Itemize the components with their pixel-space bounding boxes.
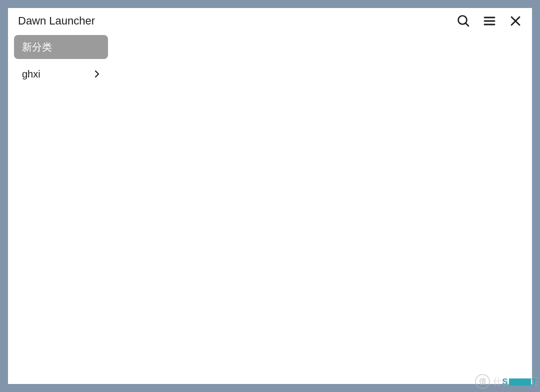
- sidebar-item-new-category[interactable]: 新分类: [14, 35, 108, 59]
- search-icon: [457, 14, 470, 28]
- sidebar-item-ghxi[interactable]: ghxi: [14, 62, 108, 86]
- search-button[interactable]: [456, 14, 471, 28]
- svg-point-0: [458, 16, 467, 24]
- sidebar: 新分类 ghxi: [8, 34, 108, 384]
- hamburger-icon: [483, 14, 496, 28]
- watermark-badge-right: T: [532, 377, 537, 387]
- sidebar-item-label: 新分类: [22, 40, 52, 54]
- close-button[interactable]: [508, 14, 523, 28]
- chevron-right-icon: [94, 70, 100, 78]
- titlebar-actions: [456, 14, 523, 28]
- app-title: Dawn Launcher: [18, 14, 456, 28]
- body-area: 新分类 ghxi: [8, 34, 532, 384]
- svg-line-1: [466, 24, 468, 26]
- menu-button[interactable]: [482, 14, 497, 28]
- titlebar: Dawn Launcher: [8, 8, 532, 34]
- main-content: [108, 34, 532, 384]
- close-icon: [510, 15, 522, 27]
- sidebar-item-label: ghxi: [22, 68, 40, 80]
- app-window: Dawn Launcher: [8, 8, 532, 384]
